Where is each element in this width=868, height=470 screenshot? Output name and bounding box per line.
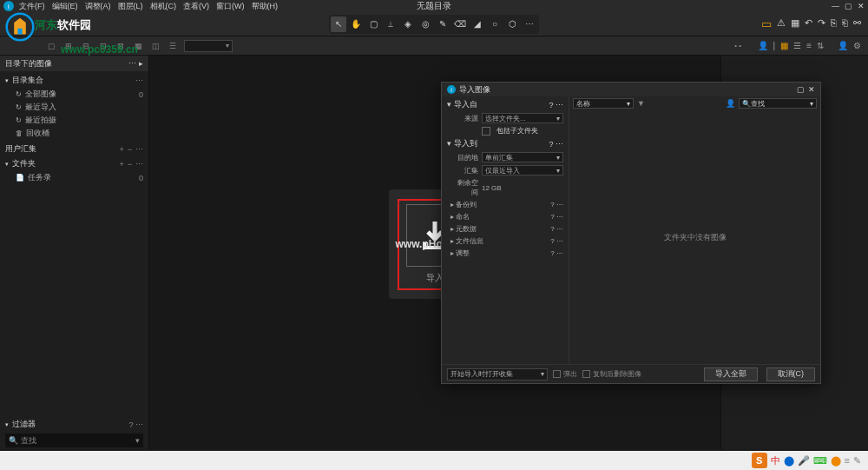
user-filter-icon[interactable]: 👤	[726, 99, 735, 108]
include-sub-row[interactable]: 包括子文件夹	[444, 125, 567, 136]
user-icon[interactable]: 👤	[838, 41, 848, 50]
security-shield-icon[interactable]: S	[752, 453, 767, 468]
detail-view-icon[interactable]: ≡	[806, 41, 812, 50]
menu-icon[interactable]: ⋯	[135, 145, 143, 154]
folder-section-title[interactable]: ▾文件夹 + − ⋯	[0, 156, 148, 171]
tree-item-recent-import[interactable]: ↻最近导入	[0, 101, 148, 114]
cancel-button[interactable]: 取消(C)	[766, 367, 816, 381]
divider-icon: |	[773, 41, 776, 50]
user-section-title[interactable]: 用户汇集 + − ⋯	[0, 142, 148, 156]
minimize-icon[interactable]: —	[832, 2, 839, 10]
import-dialog: i导入图像 ▢✕ ▾ 导入自? ⋯ 来源选择文件夹...▾ 包括子文件夹 ▾ 导…	[441, 82, 821, 384]
menu-file[interactable]: 文件(F)	[19, 1, 45, 12]
menu-help[interactable]: 帮助(H)	[252, 1, 279, 12]
dropdown-icon[interactable]: ▾	[135, 436, 140, 445]
status-icon-4[interactable]: ⬤	[831, 455, 841, 467]
add-icon[interactable]: +	[119, 145, 123, 154]
sec-icon-1[interactable]: ▢	[45, 40, 57, 52]
tree-item-all[interactable]: ↻全部图像0	[0, 88, 148, 101]
eject-checkbox[interactable]: 弹出	[553, 369, 577, 379]
main-toolbar: ↖ ✋ ▢ ⟂ ◈ ◎ ✎ ⌫ ◢ ○ ⬡ ⋯ ▭ ⚠ ▦ ↶ ↷ ⎘ ⎗ ⚯	[0, 12, 868, 36]
filter-search-input[interactable]: 🔍 查找 ▾	[5, 434, 143, 447]
catalog-section-title[interactable]: ▾目录集合 ⋯	[0, 73, 148, 88]
settings-icon[interactable]: ⚙	[853, 41, 861, 50]
window-title: 无题目录	[417, 0, 451, 12]
info-icon[interactable]: i	[3, 1, 14, 11]
maximize-icon[interactable]: ▢	[845, 2, 852, 10]
import-from-section[interactable]: ▾ 导入自? ⋯	[444, 98, 567, 111]
crop-tool-icon[interactable]: ▢	[365, 17, 381, 32]
tool-group: ↖ ✋ ▢ ⟂ ◈ ◎ ✎ ⌫ ◢ ○ ⬡ ⋯	[329, 15, 539, 34]
sec-icon-7[interactable]: ◫	[149, 40, 161, 52]
cursor-tool-icon[interactable]: ↖	[331, 17, 346, 32]
refresh-icon: ↻	[16, 116, 22, 124]
fileinfo-section[interactable]: ▸ 文件信息? ⋯	[444, 235, 567, 247]
metadata-section[interactable]: ▸ 元数据? ⋯	[444, 223, 567, 235]
menu-edit[interactable]: 编辑(E)	[52, 1, 78, 12]
status-icon-3[interactable]: ⌨	[813, 455, 827, 467]
mask-tool-icon[interactable]: ⬡	[504, 17, 520, 32]
filter-section-title[interactable]: ▾过滤器 ? ⋯	[0, 417, 148, 432]
filter-icon[interactable]: ▼	[637, 99, 645, 108]
section-menu-icon[interactable]: ⋯	[135, 76, 143, 85]
backup-section[interactable]: ▸ 备份到? ⋯	[444, 199, 567, 210]
status-icon-5[interactable]: ≡	[845, 455, 850, 466]
import-all-button[interactable]: 导入全部	[704, 367, 758, 381]
dialog-minimize-icon[interactable]: ▢	[797, 85, 805, 94]
highlight-icon[interactable]: ▦	[791, 17, 799, 30]
undo-icon[interactable]: ↶	[805, 17, 812, 30]
sort-combo[interactable]: 名称▾	[573, 98, 634, 109]
spot-tool-icon[interactable]: ◎	[418, 17, 433, 32]
menu-adjust[interactable]: 调整(A)	[85, 1, 111, 12]
remove-icon[interactable]: −	[128, 160, 132, 169]
tree-item-folder[interactable]: 📄任务录0	[0, 171, 148, 184]
close-icon[interactable]: ✕	[858, 2, 865, 10]
radial-tool-icon[interactable]: ○	[487, 17, 503, 32]
user-view-icon[interactable]: 👤	[758, 41, 768, 50]
include-sub-checkbox[interactable]	[482, 127, 490, 136]
copy-icon[interactable]: ⎘	[831, 17, 837, 30]
status-icon-6[interactable]: ✎	[853, 455, 861, 467]
sort-icon[interactable]: ⇅	[817, 41, 824, 50]
brush-tool-icon[interactable]: ✎	[435, 17, 450, 32]
grid-view-icon[interactable]: ▦	[780, 41, 788, 50]
more-tool-icon[interactable]: ⋯	[522, 17, 537, 32]
paste-icon[interactable]: ⎗	[842, 17, 848, 30]
dialog-close-icon[interactable]: ✕	[808, 85, 815, 94]
list-view-icon[interactable]: ☰	[793, 41, 801, 50]
tree-item-recent-shot[interactable]: ↻最近拍摄	[0, 114, 148, 127]
import-to-section[interactable]: ▾ 导入到? ⋯	[444, 137, 567, 150]
collection-field[interactable]: 仅最近导入▾	[482, 165, 563, 175]
menu-view[interactable]: 查看(V)	[183, 1, 209, 12]
link-icon[interactable]: ⚯	[853, 17, 861, 30]
menu-camera[interactable]: 相机(C)	[150, 1, 177, 12]
status-icon-1[interactable]: ⬤	[784, 455, 794, 467]
remove-icon[interactable]: −	[128, 145, 132, 154]
straighten-tool-icon[interactable]: ⟂	[383, 17, 398, 32]
tree-item-trash[interactable]: 🗑回收桶	[0, 127, 148, 140]
dest-field[interactable]: 单前汇集▾	[482, 152, 563, 162]
keystone-tool-icon[interactable]: ◈	[400, 17, 416, 32]
hand-tool-icon[interactable]: ✋	[348, 17, 364, 32]
erase-tool-icon[interactable]: ⌫	[452, 17, 468, 32]
warning-icon[interactable]: ⚠	[777, 17, 786, 30]
redo-icon[interactable]: ↷	[818, 17, 825, 30]
gradient-tool-icon[interactable]: ◢	[470, 17, 485, 32]
status-icon-2[interactable]: 🎤	[798, 455, 810, 467]
sec-icon-8[interactable]: ☰	[167, 40, 179, 52]
menu-layer[interactable]: 图层(L)	[118, 1, 143, 12]
naming-section[interactable]: ▸ 命名? ⋯	[444, 211, 567, 222]
filter-menu-icon[interactable]: ? ⋯	[128, 420, 143, 429]
search-combo[interactable]: 🔍 查找▾	[739, 98, 817, 109]
footer-combo[interactable]: 开始导入时打开收集▾	[447, 368, 548, 381]
panel-menu-icon[interactable]: ⋯ ▸	[128, 59, 143, 68]
menu-icon[interactable]: ⋯	[135, 160, 143, 169]
menu-window[interactable]: 窗口(W)	[216, 1, 245, 12]
erase-checkbox[interactable]: 复制后删除图像	[582, 369, 641, 379]
source-field[interactable]: 选择文件夹...▾	[482, 113, 563, 123]
ime-icon[interactable]: 中	[771, 454, 780, 467]
workspace-icon[interactable]: ▭	[761, 17, 772, 30]
add-icon[interactable]: +	[119, 160, 123, 169]
adjust-section[interactable]: ▸ 调整? ⋯	[444, 248, 567, 259]
zoom-dropdown[interactable]: ▾	[184, 40, 233, 52]
